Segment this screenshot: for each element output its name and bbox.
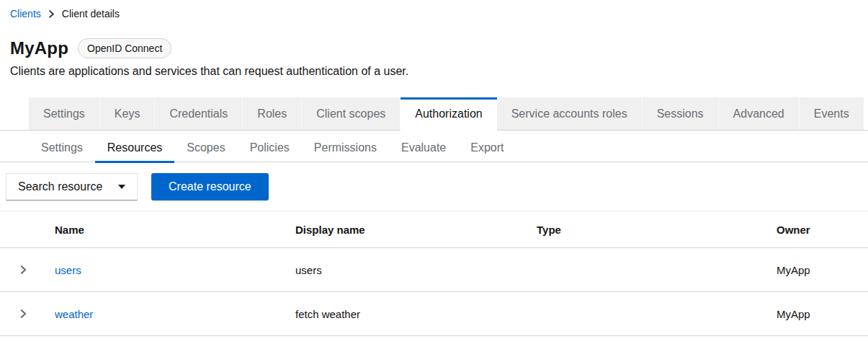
resources-toolbar: Search resource Create resource (0, 162, 868, 211)
client-tabs: Settings Keys Credentials Roles Client s… (0, 97, 868, 131)
page-description: Clients are applications and services th… (0, 58, 868, 78)
page-header: MyApp OpenID Connect (0, 19, 868, 58)
breadcrumb-current: Client details (62, 8, 120, 19)
column-header-name: Name (46, 211, 287, 248)
resource-search-select-label: Search resource (18, 180, 102, 193)
tab-events[interactable]: Events (800, 97, 864, 130)
resource-search-select[interactable]: Search resource (6, 173, 138, 201)
expand-row-button[interactable] (14, 263, 33, 277)
resource-type (528, 248, 768, 292)
subtab-settings[interactable]: Settings (29, 134, 95, 163)
resource-owner: MyApp (768, 248, 868, 292)
caret-down-icon (118, 185, 125, 189)
resource-name-link[interactable]: users (55, 264, 81, 276)
subtab-permissions[interactable]: Permissions (302, 134, 389, 163)
angle-right-icon (19, 265, 27, 276)
expand-row-button[interactable] (14, 307, 33, 321)
page-title: MyApp (10, 38, 68, 58)
table-header-row: Name Display name Type Owner (0, 211, 868, 248)
tab-advanced[interactable]: Advanced (719, 97, 800, 130)
breadcrumb-link-clients[interactable]: Clients (10, 8, 41, 19)
create-resource-button[interactable]: Create resource (151, 173, 269, 201)
subtab-scopes[interactable]: Scopes (174, 134, 237, 163)
tab-sessions[interactable]: Sessions (643, 97, 719, 130)
angle-right-icon (48, 10, 55, 18)
table-row: users users MyApp (0, 248, 868, 292)
resources-table: Name Display name Type Owner users users… (0, 211, 868, 336)
angle-right-icon (19, 309, 27, 320)
resource-type (528, 292, 768, 336)
tab-service-accounts-roles[interactable]: Service accounts roles (497, 97, 643, 130)
tab-credentials[interactable]: Credentials (155, 97, 243, 130)
column-header-display-name: Display name (287, 211, 528, 248)
breadcrumb: Clients Client details (0, 0, 868, 19)
resource-owner: MyApp (768, 292, 868, 336)
subtab-export[interactable]: Export (458, 134, 516, 163)
subtab-resources[interactable]: Resources (95, 134, 174, 163)
table-row: weather fetch weather MyApp (0, 292, 868, 336)
tab-roles[interactable]: Roles (243, 97, 302, 130)
subtab-policies[interactable]: Policies (238, 134, 302, 163)
client-type-badge: OpenID Connect (78, 38, 171, 58)
tab-settings[interactable]: Settings (29, 97, 100, 130)
tab-client-scopes[interactable]: Client scopes (302, 97, 401, 130)
tab-keys[interactable]: Keys (100, 97, 156, 130)
subtab-evaluate[interactable]: Evaluate (389, 134, 458, 163)
column-header-type: Type (528, 211, 768, 248)
tab-authorization[interactable]: Authorization (401, 97, 496, 131)
column-header-owner: Owner (768, 211, 868, 248)
resource-name-link[interactable]: weather (55, 308, 93, 320)
expand-column-header (0, 211, 46, 248)
resource-display-name: fetch weather (287, 292, 528, 336)
authorization-subtabs: Settings Resources Scopes Policies Permi… (0, 134, 868, 162)
resource-display-name: users (287, 248, 528, 292)
